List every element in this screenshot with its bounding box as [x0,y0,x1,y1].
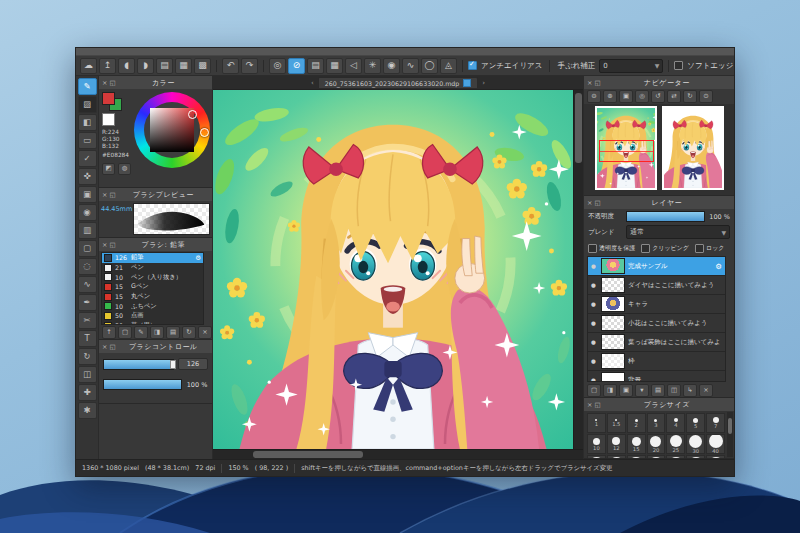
brush-size-cell[interactable]: 40 [706,434,725,454]
tool-eyedropper[interactable]: ✚ [78,384,97,401]
layer-visibility-icon[interactable]: ● [591,301,598,307]
brush-size-cell[interactable] [686,455,705,458]
nav-reset-icon[interactable]: ⊙ [699,90,713,103]
snap-radial-icon[interactable]: ✳ [364,58,381,74]
tool-bucket[interactable]: ◉ [78,204,97,221]
brush-size-scrollbar[interactable] [727,412,733,457]
layer-row[interactable]: ● 葉っぱ装飾はここに描いてみよ ⚙ [588,333,725,352]
tool-selection[interactable]: ▣ [78,186,97,203]
brush-size-cell[interactable]: 25 [666,434,685,454]
nav-fit-icon[interactable]: ▣ [619,90,633,103]
brush-sync-icon[interactable]: ↻ [182,326,196,339]
snap-parallel-icon[interactable]: ▤ [307,58,324,74]
layer-row[interactable]: ● 完成サンプル ⚙ [588,257,725,276]
add-layer-icon[interactable]: ▢ [587,384,601,397]
close-icon[interactable]: × [587,399,592,411]
combine-layer-icon[interactable]: ◫ [667,384,681,397]
transfer-layer-icon[interactable]: ↳ [683,384,697,397]
snap-off-icon[interactable]: ⊘ [288,58,305,74]
nav-zoom-in-icon[interactable]: ⊕ [603,90,617,103]
tool-lasso[interactable]: ◌ [78,258,97,275]
layer-row[interactable]: ● ダイヤはここに描いてみよう ⚙ [588,276,725,295]
tab-prev-icon[interactable]: ‹ [311,79,314,87]
layer-row[interactable]: ● キャラ ⚙ [588,295,725,314]
navigator-view-rect[interactable] [599,140,653,162]
undo-icon[interactable]: ↶ [222,58,239,74]
float-icon[interactable]: ◱ [109,189,115,201]
delete-layer-icon[interactable]: × [699,384,713,397]
layer-row[interactable]: ● 背景 ⚙ [588,371,725,382]
brush-settings-icon[interactable]: ⚙ [195,254,201,262]
tool-rotate[interactable]: ↻ [78,348,97,365]
float-icon[interactable]: ◱ [594,197,600,209]
tab-next-icon[interactable]: › [482,79,485,87]
brush-size-cell[interactable]: 1 [587,413,606,433]
comment-icon[interactable]: ◖ [118,58,135,74]
layer-row[interactable]: ● 枠 ⚙ [588,352,725,371]
layer-option-checkbox[interactable]: クリッピング [641,244,689,253]
palette-icon[interactable]: ◩ [102,163,115,175]
fg-color-swatch[interactable] [102,92,115,105]
brush-new-icon[interactable]: ▢ [118,326,132,339]
nav-zoom-actual-icon[interactable]: ◎ [635,90,649,103]
brush-size-cell[interactable]: 12 [607,434,626,454]
brush-size-slider[interactable] [103,359,174,370]
antialias-checkbox[interactable] [468,61,477,70]
snap-rotate-icon[interactable]: ◎ [269,58,286,74]
brush-size-cell[interactable]: 5 [686,413,705,433]
brush-size-cell[interactable] [607,455,626,458]
brush-size-cell[interactable] [627,455,646,458]
tool-text[interactable]: T [78,330,97,347]
brush-size-cell[interactable] [666,455,685,458]
layer-visibility-icon[interactable]: ● [591,320,598,326]
grid-icon[interactable]: ▦ [175,58,192,74]
snap-ellipse-icon[interactable]: ◯ [421,58,438,74]
redo-icon[interactable]: ↷ [241,58,258,74]
nav-rotate-ccw-icon[interactable]: ↺ [651,90,665,103]
tool-finger[interactable]: ◧ [78,114,97,131]
color-swap-icon[interactable]: ◍ [118,163,131,175]
sv-marker[interactable] [188,110,197,119]
navigator-thumbnail-color[interactable] [595,106,657,190]
float-icon[interactable]: ◱ [109,341,115,353]
brush-duplicate-icon[interactable]: ◨ [150,326,164,339]
layer-option-checkbox[interactable]: 透明度を保護 [588,244,635,253]
snap-settings-icon[interactable]: ◬ [440,58,457,74]
clear-layer-icon[interactable]: ▣ [619,384,633,397]
close-icon[interactable]: × [587,77,592,89]
notes-icon[interactable]: ▤ [156,58,173,74]
navigator-thumbnail-line[interactable] [662,106,724,190]
brush-item[interactable]: 50 草（黒） ⚙ [102,321,203,325]
layer-visibility-icon[interactable]: ● [591,377,598,382]
brush-delete-icon[interactable]: × [198,326,212,339]
brush-folder-icon[interactable]: ▤ [166,326,180,339]
tool-eraser[interactable]: ▨ [78,96,97,113]
tool-magic-wand[interactable]: ✓ [78,150,97,167]
tool-pen[interactable]: ✒ [78,294,97,311]
close-icon[interactable]: × [102,341,107,353]
blend-mode-select[interactable]: 通常▼ [626,225,730,239]
layer-visibility-icon[interactable]: ● [591,263,598,269]
brush-size-cell[interactable]: 4 [666,413,685,433]
canvas-horizontal-scrollbar[interactable] [213,449,583,459]
upload-icon[interactable]: ↥ [99,58,116,74]
snap-concentric-icon[interactable]: ◉ [383,58,400,74]
brush-size-cell[interactable] [587,455,606,458]
brush-item[interactable]: 10 ペン（入り抜き） ⚙ [102,272,203,282]
nav-flip-icon[interactable]: ⇄ [667,90,681,103]
brush-size-cell[interactable]: 30 [686,434,705,454]
brush-item[interactable]: 15 Gペン ⚙ [102,282,203,292]
brush-item[interactable]: 126 鉛筆 ⚙ [102,253,203,263]
brush-item[interactable]: 15 丸ペン ⚙ [102,292,203,302]
brush-size-cell[interactable]: 3 [647,413,666,433]
brush-item[interactable]: 50 点画 ⚙ [102,311,203,321]
layer-opacity-slider[interactable] [626,211,705,222]
tool-brush[interactable]: ✎ [78,78,97,95]
stabilizer-select[interactable]: 0▼ [599,59,663,73]
layer-visibility-icon[interactable]: ● [591,358,598,364]
brush-size-cell[interactable]: 20 [647,434,666,454]
nav-zoom-out-icon[interactable]: ⊖ [587,90,601,103]
brush-size-cell[interactable]: 15 [627,434,646,454]
drawing-canvas[interactable] [213,90,573,449]
float-icon[interactable]: ◱ [594,77,600,89]
